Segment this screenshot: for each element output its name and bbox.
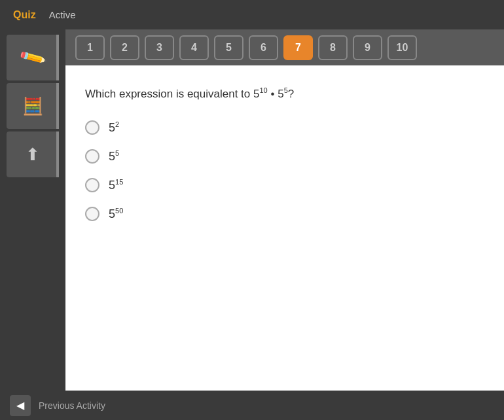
upload-icon: ⬆: [26, 145, 40, 165]
radio-b[interactable]: [85, 149, 99, 164]
nav-btn-5[interactable]: 5: [214, 35, 243, 60]
nav-btn-1[interactable]: 1: [75, 35, 105, 60]
option-d-label: 550: [109, 207, 123, 221]
option-a-label: 52: [109, 120, 119, 135]
option-b-label: 55: [109, 149, 119, 164]
bottom-bar: ◀ Previous Activity: [0, 391, 504, 420]
nav-btn-7[interactable]: 7: [283, 35, 313, 60]
pencil-icon: ✏️: [18, 43, 48, 73]
sidebar: ✏️ 🧮 ⬆: [0, 29, 65, 391]
question-bullet: •: [270, 88, 274, 100]
previous-button[interactable]: ◀: [10, 395, 31, 416]
option-d[interactable]: 550: [85, 207, 484, 221]
question-text-prefix: Which expression is equivalent to: [85, 88, 253, 100]
radio-d[interactable]: [85, 207, 99, 221]
option-b[interactable]: 55: [85, 149, 484, 164]
calculator-button[interactable]: 🧮: [7, 83, 59, 129]
question-base1: 5: [253, 88, 259, 100]
pencil-tool-button[interactable]: ✏️: [7, 35, 59, 80]
option-c-label: 515: [109, 178, 123, 192]
option-a[interactable]: 52: [85, 120, 484, 135]
radio-a[interactable]: [85, 120, 99, 135]
nav-btn-3[interactable]: 3: [145, 35, 174, 60]
radio-c[interactable]: [85, 178, 99, 192]
question-text: Which expression is equivalent to 510 • …: [85, 85, 484, 102]
calculator-icon: 🧮: [22, 96, 43, 116]
nav-btn-4[interactable]: 4: [179, 35, 209, 60]
quiz-label: Quiz: [13, 9, 36, 21]
question-navigation: 12345678910: [65, 29, 504, 65]
question-base2: 5: [278, 88, 283, 100]
nav-btn-9[interactable]: 9: [353, 35, 382, 60]
nav-btn-6[interactable]: 6: [249, 35, 278, 60]
question-suffix: ?: [288, 88, 294, 100]
option-c[interactable]: 515: [85, 178, 484, 192]
main-content: 12345678910 Which expression is equivale…: [65, 29, 504, 391]
question-content: Which expression is equivalent to 510 • …: [65, 65, 504, 391]
nav-btn-2[interactable]: 2: [110, 35, 139, 60]
question-exp1: 10: [260, 86, 268, 94]
previous-label: Previous Activity: [39, 400, 105, 411]
nav-btn-10[interactable]: 10: [387, 35, 417, 60]
submit-button[interactable]: ⬆: [7, 131, 59, 177]
top-bar: Quiz Active: [0, 0, 504, 29]
nav-btn-8[interactable]: 8: [318, 35, 348, 60]
status-label: Active: [49, 9, 76, 20]
